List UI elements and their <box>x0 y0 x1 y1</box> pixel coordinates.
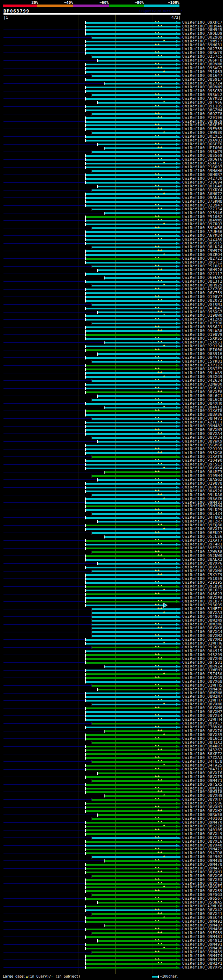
alignment-bar[interactable] <box>86 498 180 500</box>
alignment-bar[interactable] <box>92 742 180 744</box>
hit-arrow-icon[interactable] <box>176 208 179 211</box>
alignment-bar[interactable] <box>86 29 180 31</box>
alignment-bar[interactable] <box>86 574 180 576</box>
alignment-bar[interactable] <box>86 670 180 671</box>
hit-arrow-icon[interactable] <box>176 433 179 435</box>
alignment-bar[interactable] <box>86 338 180 340</box>
hit-arrow-icon[interactable] <box>176 127 179 130</box>
alignment-bar[interactable] <box>86 288 180 290</box>
hit-arrow-icon[interactable] <box>176 299 179 302</box>
alignment-bar[interactable] <box>92 266 180 267</box>
hit-arrow-icon[interactable] <box>176 852 179 854</box>
alignment-bar[interactable] <box>86 883 180 885</box>
hit-arrow-icon[interactable] <box>176 776 179 778</box>
hit-arrow-icon[interactable] <box>176 539 179 542</box>
alignment-bar[interactable] <box>92 685 180 687</box>
hit-arrow-icon[interactable] <box>176 589 179 592</box>
alignment-bar[interactable] <box>86 936 180 938</box>
alignment-bar[interactable] <box>86 445 180 446</box>
hit-arrow-icon[interactable] <box>176 467 179 470</box>
hit-arrow-icon[interactable] <box>176 813 179 816</box>
alignment-bar[interactable] <box>86 182 180 183</box>
alignment-bar[interactable] <box>98 102 180 103</box>
hit-arrow-icon[interactable] <box>176 661 179 664</box>
hit-arrow-icon[interactable] <box>176 791 179 793</box>
hit-arrow-icon[interactable] <box>176 494 179 496</box>
alignment-bar[interactable] <box>86 959 180 961</box>
alignment-bar[interactable] <box>86 243 180 244</box>
hit-arrow-icon[interactable] <box>176 227 179 229</box>
hit-arrow-icon[interactable] <box>176 844 179 847</box>
hit-arrow-icon[interactable] <box>176 638 179 641</box>
hit-arrow-icon[interactable] <box>176 749 179 752</box>
hit-arrow-icon[interactable] <box>176 356 179 359</box>
alignment-bar[interactable] <box>92 894 180 896</box>
hit-arrow-icon[interactable] <box>176 181 179 184</box>
hit-arrow-icon[interactable] <box>176 288 179 291</box>
hit-arrow-icon[interactable] <box>176 817 179 820</box>
hit-arrow-icon[interactable] <box>176 566 179 569</box>
alignment-bar[interactable] <box>86 601 180 603</box>
alignment-bar[interactable] <box>86 296 180 298</box>
hit-arrow-icon[interactable] <box>176 692 179 695</box>
hit-arrow-icon[interactable] <box>176 939 179 942</box>
alignment-bar[interactable] <box>86 791 180 793</box>
hit-arrow-icon[interactable] <box>176 436 179 439</box>
hit-arrow-icon[interactable] <box>176 882 179 885</box>
hit-arrow-icon[interactable] <box>176 840 179 843</box>
hit-arrow-icon[interactable] <box>176 131 179 134</box>
alignment-bar[interactable] <box>92 723 180 724</box>
alignment-bar[interactable] <box>86 64 180 65</box>
alignment-bar[interactable] <box>86 547 180 549</box>
hit-arrow-icon[interactable] <box>176 341 179 344</box>
hit-arrow-icon[interactable] <box>176 120 179 123</box>
hit-arrow-icon[interactable] <box>176 135 179 138</box>
hit-arrow-icon[interactable] <box>176 314 179 317</box>
hit-arrow-icon[interactable] <box>176 676 179 679</box>
hit-arrow-icon[interactable] <box>176 528 179 530</box>
hit-arrow-icon[interactable] <box>176 429 179 431</box>
alignment-bar[interactable] <box>86 71 180 73</box>
hit-arrow-icon[interactable] <box>176 531 179 535</box>
hit-arrow-icon[interactable] <box>176 200 179 203</box>
alignment-bar[interactable] <box>92 616 180 618</box>
alignment-bar[interactable] <box>92 475 180 477</box>
alignment-bar[interactable] <box>92 620 180 622</box>
alignment-bar[interactable] <box>86 319 180 321</box>
alignment-bar[interactable] <box>86 654 180 656</box>
hit-arrow-icon[interactable] <box>176 48 179 51</box>
hit-arrow-icon[interactable] <box>176 143 179 146</box>
hit-arrow-icon[interactable] <box>176 463 179 466</box>
hit-arrow-icon[interactable] <box>176 703 179 706</box>
hit-arrow-icon[interactable] <box>176 783 179 786</box>
alignment-bar[interactable] <box>86 300 180 302</box>
alignment-bar[interactable] <box>86 106 180 107</box>
hit-arrow-icon[interactable] <box>176 71 179 73</box>
hit-arrow-icon[interactable] <box>176 292 179 294</box>
hit-arrow-icon[interactable] <box>176 574 179 576</box>
hit-arrow-icon[interactable] <box>176 730 179 732</box>
alignment-bar[interactable] <box>98 186 180 188</box>
hit-arrow-icon[interactable] <box>176 151 179 153</box>
hit-arrow-icon[interactable] <box>176 189 179 192</box>
hit-arrow-icon[interactable] <box>176 825 179 828</box>
alignment-bar[interactable] <box>92 627 180 629</box>
alignment-bar[interactable] <box>86 391 180 393</box>
alignment-bar[interactable] <box>86 258 180 260</box>
alignment-bar[interactable] <box>86 967 180 969</box>
alignment-bar[interactable] <box>86 174 180 176</box>
hit-arrow-icon[interactable] <box>176 170 179 172</box>
hit-arrow-icon[interactable] <box>176 482 179 485</box>
alignment-bar[interactable] <box>86 651 180 652</box>
hit-arrow-icon[interactable] <box>176 916 179 919</box>
alignment-bar[interactable] <box>86 829 180 831</box>
hit-arrow-icon[interactable] <box>176 741 179 744</box>
hit-arrow-icon[interactable] <box>176 383 179 386</box>
alignment-bar[interactable] <box>86 544 180 546</box>
alignment-bar[interactable] <box>86 853 180 854</box>
hit-arrow-icon[interactable] <box>176 669 179 671</box>
hit-arrow-icon[interactable] <box>176 837 179 839</box>
alignment-bar[interactable] <box>86 643 180 644</box>
hit-arrow-icon[interactable] <box>176 756 179 759</box>
alignment-bar[interactable] <box>86 110 180 111</box>
